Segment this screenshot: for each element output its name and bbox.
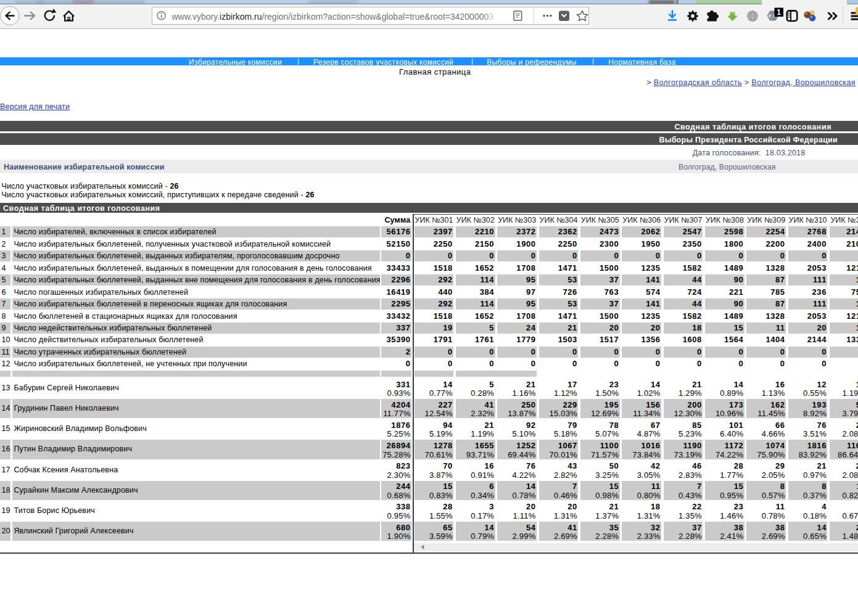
svg-text:1: 1 <box>777 8 781 17</box>
